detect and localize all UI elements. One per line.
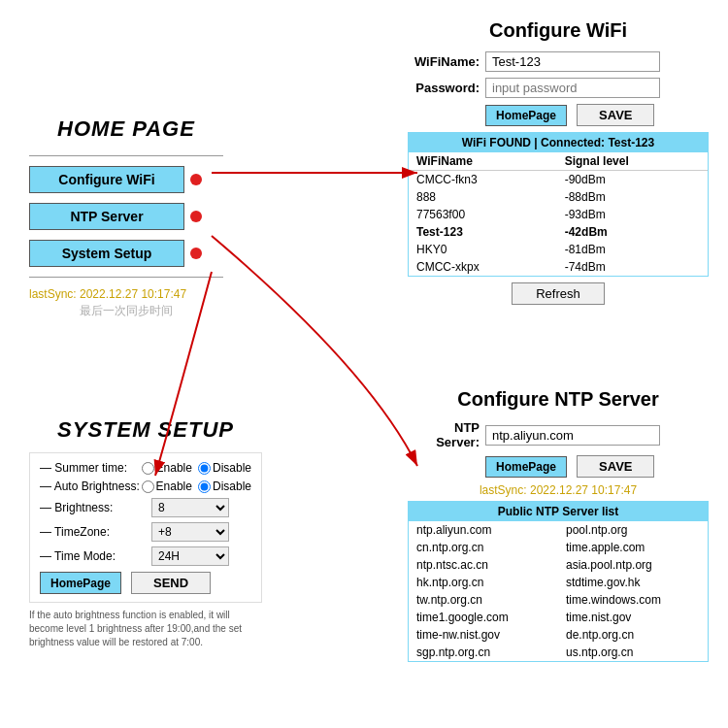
ntp-server-button[interactable]: NTP Server — [29, 203, 223, 230]
system-homepage-button[interactable]: HomePage — [40, 572, 121, 594]
wifi-col-name: WiFiName — [409, 152, 557, 171]
sys-label-1: — Auto Brightness: — [40, 480, 142, 493]
radio-input-0-1[interactable] — [198, 462, 211, 475]
wifi-table-row[interactable]: 77563f00-93dBm — [409, 206, 708, 223]
wifi-name-input[interactable] — [485, 51, 660, 72]
wifi-homepage-button[interactable]: HomePage — [485, 105, 567, 126]
ntp-server-label: NTP Server: — [408, 420, 485, 449]
home-section: HOME PAGE Configure WiFi NTP Server Syst… — [29, 116, 223, 319]
last-sync-text: lastSync: 2022.12.27 10:17:47 — [29, 287, 223, 301]
ntp-row-col1: sgp.ntp.org.cn — [409, 644, 558, 661]
radio-input-1-0[interactable] — [142, 480, 154, 493]
ntp-table-header: Public NTP Server list — [409, 502, 708, 521]
wifi-name-label: WiFiName: — [408, 54, 485, 69]
radio-input-0-0[interactable] — [142, 462, 154, 475]
system-send-button[interactable]: SEND — [131, 572, 211, 594]
ntp-row-col1: tw.ntp.org.cn — [409, 591, 558, 609]
configure-wifi-section: Configure WiFi WiFiName: Password: HomeP… — [408, 19, 709, 305]
ntp-server-dot — [190, 211, 202, 222]
wifi-row-name: HKY0 — [409, 241, 557, 258]
ntp-table-row[interactable]: tw.ntp.org.cntime.windows.com — [409, 591, 708, 609]
configure-wifi-dot — [190, 174, 202, 185]
ntp-row-col1: time1.google.com — [409, 609, 558, 626]
system-title: SYSTEM SETUP — [29, 417, 262, 443]
ntp-row-col1: ntp.ntsc.ac.cn — [409, 556, 558, 574]
ntp-table-row[interactable]: time1.google.comtime.nist.gov — [409, 609, 708, 626]
system-setting-row: — Summer time: Enable Disable — [40, 461, 251, 475]
ntp-row-col2: de.ntp.org.cn — [558, 626, 708, 644]
wifi-col-signal: Signal level — [557, 152, 708, 171]
sys-label-3: — TimeZone: — [40, 525, 151, 539]
system-section: SYSTEM SETUP — Summer time: Enable Disab… — [29, 417, 262, 649]
wifi-list-table: WiFiName Signal level CMCC-fkn3-90dBm888… — [409, 152, 708, 276]
ntp-row-col2: time.windows.com — [558, 591, 708, 609]
last-sync-cn-text: 最后一次同步时间 — [29, 303, 223, 319]
radio-option-0-1[interactable]: Disable — [198, 461, 251, 475]
refresh-wrap: Refresh — [408, 282, 709, 305]
ntp-table-row[interactable]: ntp.ntsc.ac.cnasia.pool.ntp.org — [409, 556, 708, 574]
sys-select-3[interactable]: +8 — [151, 522, 229, 542]
wifi-row-signal: -90dBm — [557, 171, 708, 189]
wifi-table-row[interactable]: CMCC-fkn3-90dBm — [409, 171, 708, 189]
ntp-save-button[interactable]: SAVE — [577, 455, 654, 478]
ntp-table-row[interactable]: cn.ntp.org.cntime.apple.com — [409, 539, 708, 556]
system-setup-label[interactable]: System Setup — [29, 240, 184, 267]
sys-label-0: — Summer time: — [40, 461, 142, 475]
wifi-row-name: Test-123 — [409, 223, 557, 241]
radio-option-1-1[interactable]: Disable — [198, 480, 251, 493]
system-setup-button[interactable]: System Setup — [29, 240, 223, 267]
wifi-row-name: 888 — [409, 188, 557, 206]
ntp-row-col2: time.apple.com — [558, 539, 708, 556]
system-form: — Summer time: Enable Disable— Auto Brig… — [29, 452, 262, 603]
wifi-table-row[interactable]: 888-88dBm — [409, 188, 708, 206]
system-setting-row: — Time Mode:24H — [40, 546, 251, 566]
ntp-btn-row: HomePage SAVE — [485, 455, 709, 478]
radio-group-1: Enable Disable — [142, 480, 251, 493]
ntp-row-col2: time.nist.gov — [558, 609, 708, 626]
wifi-row-signal: -88dBm — [557, 188, 708, 206]
wifi-table-row[interactable]: CMCC-xkpx-74dBm — [409, 258, 708, 276]
ntp-server-input[interactable] — [485, 425, 660, 446]
ntp-homepage-button[interactable]: HomePage — [485, 456, 567, 478]
configure-wifi-button[interactable]: Configure WiFi — [29, 166, 223, 193]
ntp-row-col1: ntp.aliyun.com — [409, 521, 558, 539]
ntp-section: Configure NTP Server NTP Server: HomePag… — [408, 388, 709, 662]
wifi-row-name: 77563f00 — [409, 206, 557, 223]
wifi-btn-row: HomePage SAVE — [485, 104, 709, 126]
password-input[interactable] — [485, 78, 660, 98]
system-setup-dot — [190, 248, 202, 259]
ntp-row-col2: stdtime.gov.hk — [558, 574, 708, 591]
wifi-found-table: WiFi FOUND | Connected: Test-123 WiFiNam… — [408, 132, 709, 277]
ntp-row-col1: cn.ntp.org.cn — [409, 539, 558, 556]
password-row: Password: — [408, 78, 709, 98]
sys-label-2: — Brightness: — [40, 501, 151, 514]
wifi-table-row[interactable]: Test-123-42dBm — [409, 223, 708, 241]
refresh-button[interactable]: Refresh — [512, 282, 605, 305]
ntp-server-row: NTP Server: — [408, 420, 709, 449]
wifi-name-row: WiFiName: — [408, 51, 709, 72]
ntp-table-row[interactable]: time-nw.nist.govde.ntp.org.cn — [409, 626, 708, 644]
ntp-list-table: ntp.aliyun.compool.ntp.orgcn.ntp.org.cnt… — [409, 521, 708, 661]
wifi-section-title: Configure WiFi — [408, 19, 709, 42]
ntp-table-row[interactable]: sgp.ntp.org.cnus.ntp.org.cn — [409, 644, 708, 661]
radio-option-1-0[interactable]: Enable — [142, 480, 192, 493]
wifi-row-signal: -93dBm — [557, 206, 708, 223]
sys-select-2[interactable]: 8 — [151, 498, 229, 517]
wifi-row-name: CMCC-fkn3 — [409, 171, 557, 189]
radio-input-1-1[interactable] — [198, 480, 211, 493]
radio-option-0-0[interactable]: Enable — [142, 461, 192, 475]
wifi-save-button[interactable]: SAVE — [577, 104, 654, 126]
ntp-section-title: Configure NTP Server — [408, 388, 709, 411]
ntp-table-row[interactable]: ntp.aliyun.compool.ntp.org — [409, 521, 708, 539]
wifi-table-row[interactable]: HKY0-81dBm — [409, 241, 708, 258]
system-setting-row: — TimeZone:+8 — [40, 522, 251, 542]
ntp-server-label[interactable]: NTP Server — [29, 203, 184, 230]
system-note: If the auto brightness function is enabl… — [29, 609, 262, 649]
configure-wifi-label[interactable]: Configure WiFi — [29, 166, 184, 193]
ntp-row-col1: hk.ntp.org.cn — [409, 574, 558, 591]
ntp-table-row[interactable]: hk.ntp.org.cnstdtime.gov.hk — [409, 574, 708, 591]
system-btn-row: HomePage SEND — [40, 572, 251, 594]
sys-select-4[interactable]: 24H — [151, 546, 229, 566]
wifi-table-header: WiFi FOUND | Connected: Test-123 — [409, 133, 708, 152]
ntp-row-col2: pool.ntp.org — [558, 521, 708, 539]
